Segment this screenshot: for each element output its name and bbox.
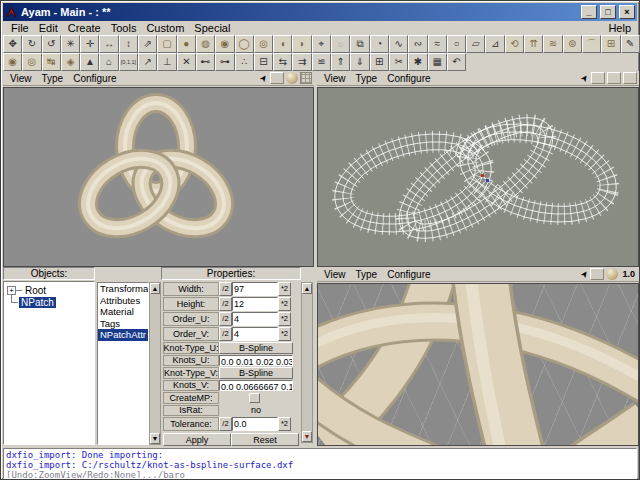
concat-curves-tool-icon[interactable]: ⊷ [196, 53, 215, 71]
stretch-x-tool-icon[interactable]: ↔ [99, 35, 118, 53]
shift-closed-tool-icon[interactable]: ⇉ [292, 53, 311, 71]
draw-mode-icon[interactable] [270, 72, 284, 84]
make-compatible-tool-icon[interactable]: ≌ [312, 53, 331, 71]
viewport-menu-view[interactable]: View [319, 73, 351, 84]
console[interactable]: dxfio_import: Done importing:dxfio_impor… [3, 448, 637, 479]
pin-icon[interactable]: ➤ [579, 268, 591, 279]
icurve-object-icon[interactable]: ∿ [389, 35, 408, 53]
scale-2d-tool-icon[interactable]: ✛ [80, 35, 99, 53]
split-curve-tool-icon[interactable]: ⊶ [215, 53, 234, 71]
properties-scrollbar[interactable]: ▲ ▼ [301, 282, 313, 443]
shear-tool-icon[interactable]: ⇗ [138, 35, 157, 53]
halve-button[interactable]: /2 [219, 312, 232, 326]
shade-mode-icon[interactable] [606, 268, 618, 280]
menu-custom[interactable]: Custom [141, 22, 189, 34]
disk-object-icon[interactable]: ◯ [235, 35, 254, 53]
knots-v-input[interactable]: 0.0 0.0666667 0.133333 [219, 380, 293, 392]
viewport-menu-configure[interactable]: Configure [382, 73, 435, 84]
height-input[interactable]: 12 [232, 297, 278, 311]
undo-tool-icon[interactable]: ↶ [447, 53, 466, 71]
double-button[interactable]: *2 [278, 417, 291, 431]
minimize-button[interactable]: _ [581, 5, 597, 19]
shade-mode-icon[interactable] [607, 72, 621, 84]
reset-button[interactable]: Reset [231, 433, 299, 446]
objects-tree[interactable]: + Root NPatch [3, 281, 95, 445]
viewport-menu-configure[interactable]: Configure [68, 73, 121, 84]
edit-weights-tool-icon[interactable]: ◈ [61, 53, 80, 71]
menu-create[interactable]: Create [63, 22, 106, 34]
cone-object-icon[interactable]: ◉ [215, 35, 234, 53]
categories-scrollbar[interactable]: ▲ ▼ [149, 282, 161, 445]
halve-button[interactable]: /2 [219, 282, 232, 296]
apply-button[interactable]: Apply [163, 433, 231, 446]
createmp-checkbox[interactable] [249, 393, 260, 403]
scroll-up-icon[interactable]: ▲ [302, 283, 312, 294]
stretch-y-tool-icon[interactable]: ↕ [119, 35, 138, 53]
plot-curve-tool-icon[interactable]: ✱ [408, 53, 427, 71]
category-npatchattr[interactable]: NPatchAttr [98, 329, 148, 341]
grid-icon[interactable] [623, 72, 637, 84]
sphere-object-icon[interactable]: ● [177, 35, 196, 53]
menu-special[interactable]: Special [189, 22, 235, 34]
double-button[interactable]: *2 [278, 327, 291, 341]
coarsen-curve-tool-icon[interactable]: ⊟ [254, 53, 273, 71]
insert-knot-tool-icon[interactable]: ↗ [138, 53, 157, 71]
birail-tool-icon[interactable]: ⌒ [582, 35, 601, 53]
gordon-tool-icon[interactable]: ⊞ [601, 35, 620, 53]
maximize-button[interactable]: □ [600, 5, 616, 19]
property-categories-list[interactable]: TransformationsAttributesMaterialTagsNPa… [97, 282, 149, 445]
rescale-knots-tool-icon[interactable]: ⊞ [370, 53, 389, 71]
box-object-icon[interactable]: ▢ [157, 35, 176, 53]
grid-icon[interactable] [300, 72, 312, 84]
refine-curve-tool-icon[interactable]: ∴ [235, 53, 254, 71]
ncurve-object-icon[interactable]: ∾ [408, 35, 427, 53]
select-points-tool-icon[interactable]: ◉ [3, 53, 22, 71]
menu-help[interactable]: Help [602, 22, 637, 34]
select-all-tool-icon[interactable]: ▦ [428, 53, 447, 71]
viewport-menu-type[interactable]: Type [351, 269, 383, 280]
order-u-input[interactable]: 4 [232, 312, 278, 326]
revolve-tool-icon[interactable]: ⟲ [505, 35, 524, 53]
trim-curve-tool-icon[interactable]: ✂ [389, 53, 408, 71]
double-button[interactable]: *2 [278, 312, 291, 326]
trim-object-icon[interactable]: ⊿ [485, 35, 504, 53]
viewport-menu-configure[interactable]: Configure [382, 269, 435, 280]
rotate-about-tool-icon[interactable]: ↺ [42, 35, 61, 53]
reverse-curve-tool-icon[interactable]: ⇆ [273, 53, 292, 71]
reset-weights-tool-icon[interactable]: ▲ [80, 53, 99, 71]
tree-item-label[interactable]: Root [23, 285, 48, 296]
draw-mode-icon[interactable] [591, 72, 605, 84]
close-button[interactable]: × [619, 5, 635, 19]
reduce-tool-icon[interactable]: ⇓ [350, 53, 369, 71]
width-input[interactable]: 97 [232, 282, 278, 296]
hyperboloid-object-icon[interactable]: ◗ [292, 35, 311, 53]
expander-icon[interactable]: + [7, 286, 16, 295]
knot-type-v-menu[interactable]: B-Spline [219, 367, 293, 379]
circle-object-icon[interactable]: ○ [447, 35, 466, 53]
menu-tools[interactable]: Tools [106, 22, 142, 34]
skin-tool-icon[interactable]: ⊜ [563, 35, 582, 53]
clamp-knots-tool-icon[interactable]: [0,1,1] [119, 53, 138, 71]
tree-item-label[interactable]: NPatch [19, 297, 56, 308]
cylinder-object-icon[interactable]: ◍ [196, 35, 215, 53]
tolerance-input[interactable]: 0.0 [232, 417, 278, 431]
viewport-perspective-wire-canvas[interactable] [317, 87, 639, 267]
camera-object-icon[interactable]: ⌖ [312, 35, 331, 53]
shade-mode-icon[interactable] [286, 72, 298, 84]
category-tags[interactable]: Tags [98, 318, 148, 330]
sweep-tool-icon[interactable]: ≋ [543, 35, 562, 53]
viewport-menu-view[interactable]: View [319, 269, 351, 280]
pin-icon[interactable]: ➤ [258, 72, 270, 83]
order-v-input[interactable]: 4 [232, 327, 278, 341]
tree-item-npatch[interactable]: NPatch [5, 296, 93, 308]
viewport-menu-type[interactable]: Type [351, 73, 383, 84]
acurve-object-icon[interactable]: ≈ [428, 35, 447, 53]
halve-button[interactable]: /2 [219, 297, 232, 311]
double-button[interactable]: *2 [278, 297, 291, 311]
category-transformations[interactable]: Transformations [98, 283, 148, 295]
drag-points-tool-icon[interactable]: ↹ [42, 53, 61, 71]
scale-3d-tool-icon[interactable]: ✳ [61, 35, 80, 53]
double-button[interactable]: *2 [278, 282, 291, 296]
draw-mode-icon[interactable] [590, 268, 604, 280]
category-attributes[interactable]: Attributes [98, 295, 148, 307]
